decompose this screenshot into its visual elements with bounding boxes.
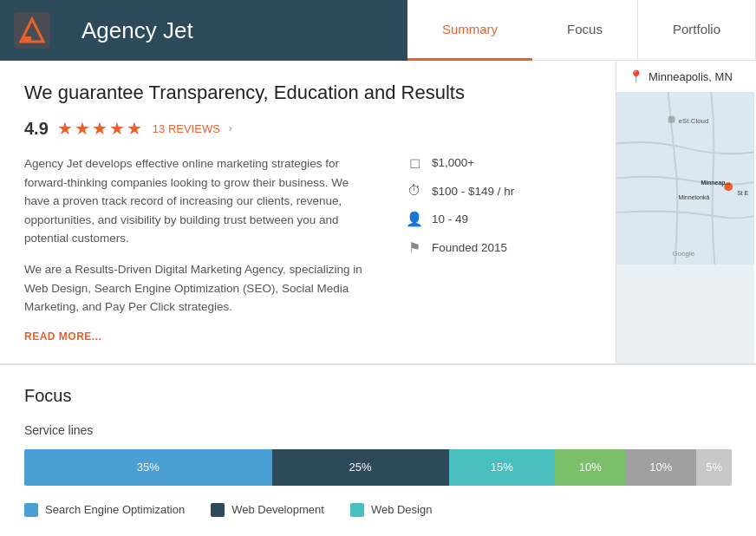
- legend-item: Web Design: [350, 503, 433, 517]
- description-para-2: We are a Results-Driven Digital Marketin…: [24, 260, 371, 317]
- description-para-1: Agency Jet develops effective online mar…: [24, 154, 371, 248]
- meta-info: ◻ $1,000+ ⏱ $100 - $149 / hr 👤 10 - 49 ⚑…: [406, 154, 579, 343]
- map-location: 📍 Minneapolis, MN: [616, 61, 754, 92]
- map-panel: 📍 Minneapolis, MN eSt Cloud Minneap... M…: [616, 61, 754, 363]
- employees-icon: 👤: [406, 211, 423, 227]
- main-content: We guarantee Transparency, Education and…: [0, 61, 756, 365]
- chevron-icon: ›: [229, 122, 232, 134]
- bar-segment: 10%: [555, 449, 626, 486]
- logo-area: [0, 0, 64, 61]
- nav-tabs: Summary Focus Portfolio: [407, 0, 756, 61]
- bar-segment: 25%: [272, 449, 449, 486]
- legend-label: Search Engine Optimization: [45, 503, 185, 516]
- employees-value: 10 - 49: [432, 212, 468, 226]
- svg-text:Minnetonkā: Minnetonkā: [679, 194, 710, 200]
- legend-label: Web Development: [231, 503, 324, 516]
- svg-rect-4: [668, 116, 675, 123]
- meta-budget: ◻ $1,000+: [406, 154, 579, 171]
- legend-box: [24, 503, 38, 517]
- svg-rect-2: [23, 36, 31, 42]
- bar-segment: 35%: [24, 449, 272, 486]
- budget-icon: ◻: [406, 154, 423, 171]
- legend-label: Web Design: [371, 503, 433, 516]
- logo-icon: [14, 12, 50, 49]
- read-more-link[interactable]: READ MORE...: [24, 330, 101, 343]
- location-label: Minneapolis, MN: [648, 70, 733, 83]
- svg-text:Minneap...: Minneap...: [701, 180, 730, 186]
- legend: Search Engine Optimization Web Developme…: [24, 503, 732, 517]
- reviews-link[interactable]: 13 REVIEWS: [153, 122, 220, 135]
- svg-text:St E: St E: [737, 190, 748, 196]
- meta-founded: ⚑ Founded 2015: [406, 239, 579, 256]
- tab-summary[interactable]: Summary: [407, 0, 532, 61]
- description-text: Agency Jet develops effective online mar…: [24, 154, 371, 343]
- map-svg: eSt Cloud Minneap... Minnetonkā St E Goo…: [616, 92, 754, 265]
- rating-number: 4.9: [24, 119, 49, 139]
- founded-value: Founded 2015: [432, 241, 507, 254]
- star-icons: ★★★★★: [57, 118, 144, 139]
- svg-text:eSt Cloud: eSt Cloud: [679, 117, 709, 125]
- budget-value: $1,000+: [432, 156, 474, 169]
- legend-item: Web Development: [211, 503, 324, 517]
- bar-segment: 5%: [696, 449, 732, 486]
- tab-focus[interactable]: Focus: [532, 0, 638, 61]
- description-area: Agency Jet develops effective online mar…: [24, 154, 591, 343]
- focus-section: Focus Service lines 35%25%15%10%10%5% Se…: [0, 365, 756, 536]
- bar-chart: 35%25%15%10%10%5%: [24, 449, 732, 486]
- left-panel: We guarantee Transparency, Education and…: [0, 61, 616, 363]
- page-title: We guarantee Transparency, Education and…: [24, 82, 591, 104]
- location-icon: 📍: [629, 69, 643, 83]
- bar-segment: 10%: [626, 449, 697, 486]
- legend-box: [350, 503, 364, 517]
- rate-value: $100 - $149 / hr: [432, 185, 514, 198]
- founded-icon: ⚑: [406, 239, 423, 256]
- tab-portfolio[interactable]: Portfolio: [638, 0, 756, 61]
- meta-employees: 👤 10 - 49: [406, 211, 579, 227]
- service-lines-label: Service lines: [24, 423, 732, 437]
- map-area: eSt Cloud Minneap... Minnetonkā St E Goo…: [616, 92, 754, 363]
- header: Agency Jet Summary Focus Portfolio: [0, 0, 756, 61]
- rate-icon: ⏱: [406, 183, 423, 199]
- svg-text:Google: Google: [673, 250, 695, 258]
- legend-box: [211, 503, 225, 517]
- focus-section-title: Focus: [24, 386, 732, 406]
- agency-name-label: Agency Jet: [64, 0, 407, 61]
- bar-segment: 15%: [449, 449, 555, 486]
- meta-rate: ⏱ $100 - $149 / hr: [406, 183, 579, 199]
- legend-item: Search Engine Optimization: [24, 503, 185, 517]
- rating-row: 4.9 ★★★★★ 13 REVIEWS ›: [24, 118, 591, 139]
